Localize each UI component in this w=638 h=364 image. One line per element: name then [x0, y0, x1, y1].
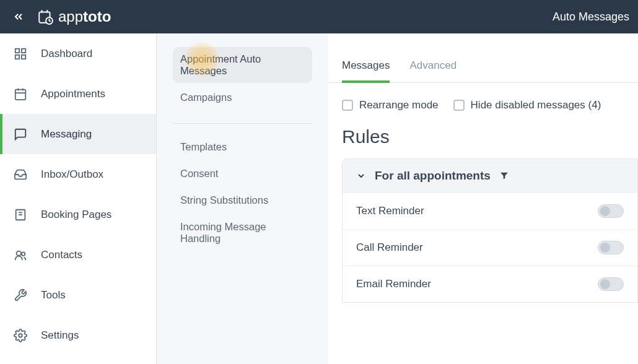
sub-sidebar-label: String Substitutions	[180, 194, 268, 206]
options-row: Rearrange mode Hide disabled messages (4…	[328, 83, 638, 111]
sub-sidebar-item-consent[interactable]: Consent	[173, 162, 312, 186]
rule-row-label: Call Reminder	[356, 241, 423, 254]
divider	[173, 123, 312, 124]
sub-sidebar-label: Appointment Auto Messages	[180, 53, 261, 76]
app-header: apptoto Auto Messages	[0, 0, 638, 33]
checkbox-label: Hide disabled messages (4)	[471, 99, 601, 111]
sidebar-item-contacts[interactable]: Contacts	[0, 235, 156, 275]
sidebar-item-label: Tools	[41, 289, 66, 301]
sub-sidebar: Appointment Auto Messages Campaigns Temp…	[157, 33, 328, 364]
main-content: Messages Advanced Rearrange mode Hide di…	[328, 33, 638, 364]
sub-sidebar-item-incoming[interactable]: Incoming Message Handling	[173, 215, 312, 251]
sidebar-item-messaging[interactable]: Messaging	[0, 114, 156, 154]
tabs: Messages Advanced	[328, 53, 638, 83]
tab-advanced[interactable]: Advanced	[409, 53, 457, 83]
contacts-icon	[14, 248, 27, 262]
svg-point-15	[17, 251, 21, 255]
dashboard-icon	[14, 47, 27, 61]
rule-card: For all appointments Text Reminder Call …	[342, 158, 638, 303]
sidebar-item-appointments[interactable]: Appointments	[0, 74, 156, 114]
message-icon	[14, 128, 27, 141]
sidebar-item-settings[interactable]: Settings	[0, 315, 156, 355]
sidebar-item-label: Inbox/Outbox	[41, 168, 103, 181]
rule-row-text-reminder[interactable]: Text Reminder	[343, 193, 637, 229]
toggle-text-reminder[interactable]	[598, 204, 624, 218]
rule-card-header[interactable]: For all appointments	[343, 159, 637, 193]
toggle-knob	[600, 206, 610, 216]
sidebar-item-label: Messaging	[41, 128, 92, 141]
sidebar-item-label: Appointments	[41, 88, 105, 100]
rearrange-mode-checkbox[interactable]: Rearrange mode	[342, 99, 439, 111]
toggle-call-reminder[interactable]	[598, 241, 624, 254]
collapse-sidebar-button[interactable]	[12, 11, 25, 23]
tab-messages[interactable]: Messages	[342, 53, 390, 83]
filter-icon[interactable]	[499, 171, 509, 181]
sidebar-item-label: Settings	[41, 329, 79, 342]
sub-sidebar-group-1: Appointment Auto Messages Campaigns	[173, 47, 312, 112]
sidebar-item-label: Contacts	[41, 249, 82, 261]
svg-rect-8	[15, 89, 26, 100]
svg-point-16	[22, 252, 25, 256]
sidebar-item-inbox[interactable]: Inbox/Outbox	[0, 154, 156, 194]
svg-rect-6	[15, 54, 19, 58]
booking-icon	[14, 208, 27, 222]
sidebar-item-booking[interactable]: Booking Pages	[0, 194, 156, 235]
rules-heading: Rules	[328, 111, 638, 158]
svg-rect-7	[22, 54, 25, 58]
tools-icon	[14, 288, 27, 302]
chevron-down-icon	[356, 171, 366, 181]
sidebar-item-dashboard[interactable]: Dashboard	[0, 33, 156, 74]
checkbox-box	[342, 100, 353, 111]
primary-sidebar: Dashboard Appointments Messaging	[0, 33, 157, 364]
rule-row-label: Text Reminder	[356, 205, 424, 217]
toggle-knob	[600, 279, 610, 289]
svg-point-17	[19, 334, 22, 337]
sub-sidebar-label: Templates	[180, 141, 227, 152]
rule-row-label: Email Reminder	[356, 278, 431, 290]
checkbox-box	[453, 100, 465, 111]
checkbox-label: Rearrange mode	[359, 99, 439, 111]
rule-row-email-reminder[interactable]: Email Reminder	[343, 266, 637, 302]
sub-sidebar-item-substitutions[interactable]: String Substitutions	[173, 188, 312, 212]
calendar-icon	[14, 87, 27, 101]
rule-card-title: For all appointments	[375, 169, 491, 183]
sub-sidebar-item-templates[interactable]: Templates	[173, 135, 312, 159]
hide-disabled-checkbox[interactable]: Hide disabled messages (4)	[453, 99, 601, 111]
inbox-icon	[14, 168, 27, 181]
sidebar-item-label: Dashboard	[41, 48, 92, 60]
sub-sidebar-label: Consent	[180, 168, 218, 179]
toggle-knob	[600, 243, 610, 253]
calendar-icon	[37, 9, 53, 25]
sub-sidebar-item-auto-messages[interactable]: Appointment Auto Messages	[173, 47, 312, 83]
page-title: Auto Messages	[553, 11, 629, 24]
sub-sidebar-group-2: Templates Consent String Substitutions I…	[173, 135, 312, 253]
sidebar-item-tools[interactable]: Tools	[0, 275, 156, 315]
brand-text: apptoto	[58, 8, 111, 25]
svg-rect-4	[15, 48, 19, 52]
sub-sidebar-item-campaigns[interactable]: Campaigns	[173, 85, 312, 110]
svg-rect-5	[22, 48, 25, 52]
header-left: apptoto	[12, 8, 111, 25]
toggle-email-reminder[interactable]	[598, 277, 624, 291]
sidebar-item-label: Booking Pages	[41, 209, 111, 221]
brand-logo[interactable]: apptoto	[37, 8, 111, 25]
sub-sidebar-label: Incoming Message Handling	[180, 221, 266, 244]
sub-sidebar-label: Campaigns	[180, 92, 232, 103]
settings-icon	[14, 329, 27, 342]
rule-row-call-reminder[interactable]: Call Reminder	[343, 229, 637, 266]
